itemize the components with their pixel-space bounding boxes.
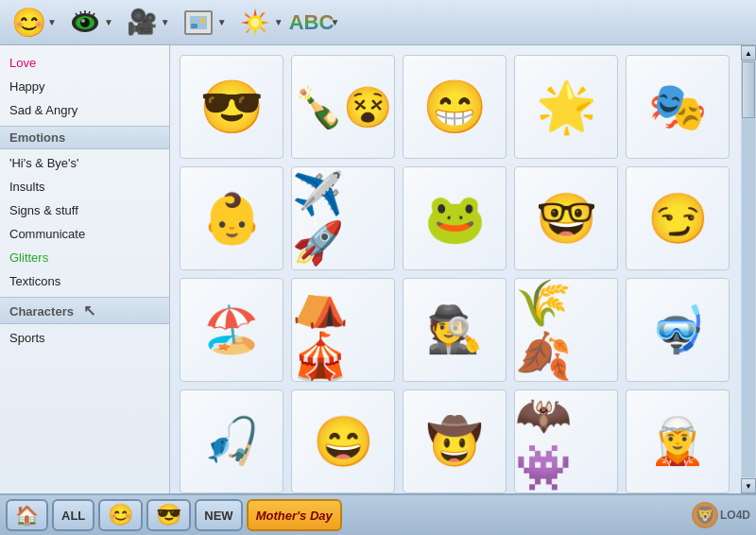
starburst-dropdown-arrow[interactable]: ▼ xyxy=(274,17,284,27)
emoji-display-1-5: 🎭 xyxy=(626,55,730,159)
emoji-display-3-2: ⛺🎪 xyxy=(291,278,395,382)
cursor-indicator: ↖ xyxy=(83,302,95,319)
logo-area: 🦁 LO4D xyxy=(692,502,750,528)
sidebar-item-texticons[interactable]: Texticons xyxy=(0,269,169,293)
emoji-cell-2-4[interactable]: 🤓 xyxy=(510,163,622,274)
toolbar-smiley[interactable]: 😊 ▼ xyxy=(8,4,60,42)
emoji-display-1-3: 😁 xyxy=(403,55,507,159)
scroll-thumb[interactable] xyxy=(742,61,755,118)
bottom-bar: 🏠 ALL 😊 😎 NEW Mother's Day 🦁 LO4D xyxy=(0,493,756,535)
toolbar: 😊 ▼ ▼ 🎥 ▼ xyxy=(0,0,756,45)
emoji-cell-4-3[interactable]: 🤠 xyxy=(399,386,510,493)
emoji-display-1-2: 🍾😵 xyxy=(291,55,395,159)
toolbar-starburst[interactable]: ▼ xyxy=(234,4,287,42)
svg-line-8 xyxy=(93,13,94,16)
smiley-icon: 😊 xyxy=(11,6,45,40)
sidebar-item-communicate[interactable]: Communicate xyxy=(0,222,169,246)
emoji-cell-2-5[interactable]: 😏 xyxy=(622,163,733,274)
sidebar-item-insults[interactable]: Insults xyxy=(0,175,169,198)
abc-icon: ABC xyxy=(295,6,329,40)
emoji-display-3-5: 🤿 xyxy=(626,278,730,382)
abc-dropdown-arrow[interactable]: ▼ xyxy=(331,17,340,27)
mothers-day-button[interactable]: Mother's Day xyxy=(247,499,342,531)
emoji-display-4-1: 🎣 xyxy=(180,389,284,493)
photo-dropdown-arrow[interactable]: ▼ xyxy=(217,17,227,27)
emoji-cell-1-2[interactable]: 🍾😵 xyxy=(287,51,399,163)
camera-dropdown-arrow[interactable]: ▼ xyxy=(161,17,170,27)
emoji-cell-3-5[interactable]: 🤿 xyxy=(622,274,733,386)
emoji-cell-3-1[interactable]: 🏖️ xyxy=(176,274,287,386)
camera-icon: 🎥 xyxy=(125,6,159,40)
sidebar-item-sports[interactable]: Sports xyxy=(0,326,169,350)
emoji-display-2-1: 👶 xyxy=(180,166,284,270)
toolbar-photo[interactable]: ▼ xyxy=(178,4,231,42)
emoji-display-1-1: 😎 xyxy=(180,55,284,159)
emoji-cell-3-4[interactable]: 🌾🍂 xyxy=(510,274,622,386)
svg-line-4 xyxy=(76,13,77,16)
emoji-cell-3-3[interactable]: 🕵️ xyxy=(399,274,510,386)
emoji-cell-4-2[interactable]: 😄 xyxy=(287,386,399,493)
face2-button[interactable]: 😎 xyxy=(146,499,191,531)
new-button[interactable]: NEW xyxy=(195,499,242,531)
emoji-cell-1-4[interactable]: 🌟 xyxy=(510,51,622,163)
emoji-cell-1-1[interactable]: 😎 xyxy=(176,51,287,163)
toolbar-camera[interactable]: 🎥 ▼ xyxy=(121,4,174,42)
scroll-up-button[interactable]: ▲ xyxy=(741,45,756,60)
emoji-cell-4-4[interactable]: 🦇👾 xyxy=(510,386,622,493)
sidebar-item-signs-stuff[interactable]: Signs & stuff xyxy=(0,198,169,222)
home-button[interactable]: 🏠 xyxy=(6,499,48,531)
emoji-grid: 😎 🍾😵 😁 🌟 xyxy=(170,45,741,493)
emoji-display-2-5: 😏 xyxy=(626,166,730,270)
svg-line-7 xyxy=(89,11,90,14)
emoji-display-2-4: 🤓 xyxy=(514,166,618,270)
face1-button[interactable]: 😊 xyxy=(98,499,143,531)
sidebar-item-glitters[interactable]: Glitters xyxy=(0,246,169,269)
face1-icon: 😊 xyxy=(108,503,133,527)
main-layout: Love Happy Sad & Angry Emotions 'Hi's & … xyxy=(0,45,756,493)
emoji-cell-2-2[interactable]: ✈️🚀 xyxy=(287,163,399,274)
emoji-display-4-5: 🧝 xyxy=(626,389,730,493)
scroll-track xyxy=(742,61,755,477)
all-button-label: ALL xyxy=(61,509,85,523)
sidebar-header-emotions: Emotions xyxy=(0,126,169,149)
starburst-icon xyxy=(238,6,272,40)
sidebar-header-characters[interactable]: Characters ↖ xyxy=(0,297,169,324)
eye-icon xyxy=(68,6,102,40)
emoji-row-2: 👶 ✈️🚀 🐸 🤓 xyxy=(176,163,735,274)
logo-icon: 🦁 xyxy=(692,502,718,528)
emoji-cell-4-5[interactable]: 🧝 xyxy=(622,386,733,493)
toolbar-abc[interactable]: ABC ▼ xyxy=(291,4,344,42)
emoji-display-3-3: 🕵️ xyxy=(403,278,507,382)
smiley-dropdown-arrow[interactable]: ▼ xyxy=(47,17,57,27)
emoji-display-2-2: ✈️🚀 xyxy=(291,166,395,270)
emoji-display-1-4: 🌟 xyxy=(514,55,618,159)
emoji-display-3-4: 🌾🍂 xyxy=(514,278,618,382)
emoji-cell-2-1[interactable]: 👶 xyxy=(176,163,287,274)
svg-line-5 xyxy=(80,11,81,14)
face2-icon: 😎 xyxy=(156,503,181,527)
emoji-row-4: 🎣 😄 🤠 🦇👾 xyxy=(176,386,735,493)
toolbar-eye[interactable]: ▼ xyxy=(64,4,117,42)
svg-point-2 xyxy=(80,18,90,27)
logo-text: LO4D xyxy=(720,509,750,522)
sidebar-item-happy[interactable]: Happy xyxy=(0,75,169,98)
emoji-cell-4-1[interactable]: 🎣 xyxy=(176,386,287,493)
sidebar-item-love[interactable]: Love xyxy=(0,51,169,75)
emoji-cell-1-3[interactable]: 😁 xyxy=(399,51,510,163)
eye-dropdown-arrow[interactable]: ▼ xyxy=(104,17,113,27)
emoji-cell-1-5[interactable]: 🎭 xyxy=(622,51,733,163)
scroll-down-button[interactable]: ▼ xyxy=(741,478,756,493)
all-button[interactable]: ALL xyxy=(52,499,94,531)
emoji-row-1: 😎 🍾😵 😁 🌟 xyxy=(176,51,735,163)
emoji-cell-2-3[interactable]: 🐸 xyxy=(399,163,510,274)
emoji-display-2-3: 🐸 xyxy=(403,166,507,270)
emoji-display-4-4: 🦇👾 xyxy=(514,389,618,493)
photo-icon xyxy=(181,6,215,40)
sidebar-item-his-byes[interactable]: 'Hi's & Bye's' xyxy=(0,151,169,175)
home-icon: 🏠 xyxy=(15,504,39,526)
new-button-label: NEW xyxy=(204,509,232,523)
svg-point-18 xyxy=(250,18,259,26)
sidebar-item-sad-angry[interactable]: Sad & Angry xyxy=(0,98,169,122)
emoji-cell-3-2[interactable]: ⛺🎪 xyxy=(287,274,399,386)
svg-point-3 xyxy=(81,19,85,23)
